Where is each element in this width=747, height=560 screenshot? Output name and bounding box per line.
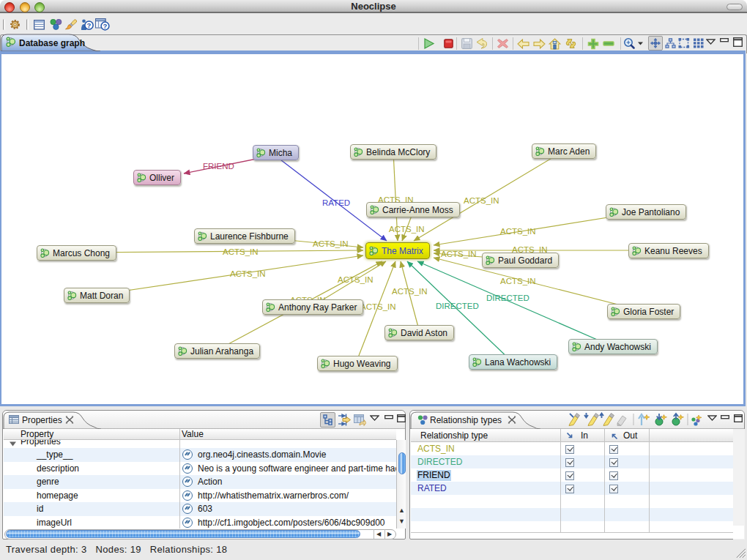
- svg-text:?: ?: [87, 21, 92, 29]
- svg-text:ACTS_IN: ACTS_IN: [230, 269, 266, 278]
- svg-text:ACTS_IN: ACTS_IN: [313, 239, 349, 248]
- svg-text:ACTS_IN: ACTS_IN: [360, 302, 396, 311]
- svg-text:DIRECTED: DIRECTED: [486, 294, 529, 302]
- svg-text:DIRECTED: DIRECTED: [436, 302, 479, 310]
- svg-text:ACTS_IN: ACTS_IN: [392, 287, 428, 296]
- svg-text:ACTS_IN: ACTS_IN: [464, 196, 499, 205]
- svg-text:ACTS_IN: ACTS_IN: [441, 250, 477, 258]
- svg-text:ACTS_IN: ACTS_IN: [500, 277, 536, 285]
- svg-text:?: ?: [103, 22, 108, 30]
- svg-text:ACTS_IN: ACTS_IN: [338, 275, 374, 284]
- svg-text:ACTS_IN: ACTS_IN: [500, 227, 536, 236]
- svg-text:RATED: RATED: [322, 198, 350, 207]
- svg-text:ACTS_IN: ACTS_IN: [389, 225, 425, 234]
- svg-text:ACTS_IN: ACTS_IN: [223, 247, 259, 256]
- svg-text:FRIEND: FRIEND: [203, 162, 234, 171]
